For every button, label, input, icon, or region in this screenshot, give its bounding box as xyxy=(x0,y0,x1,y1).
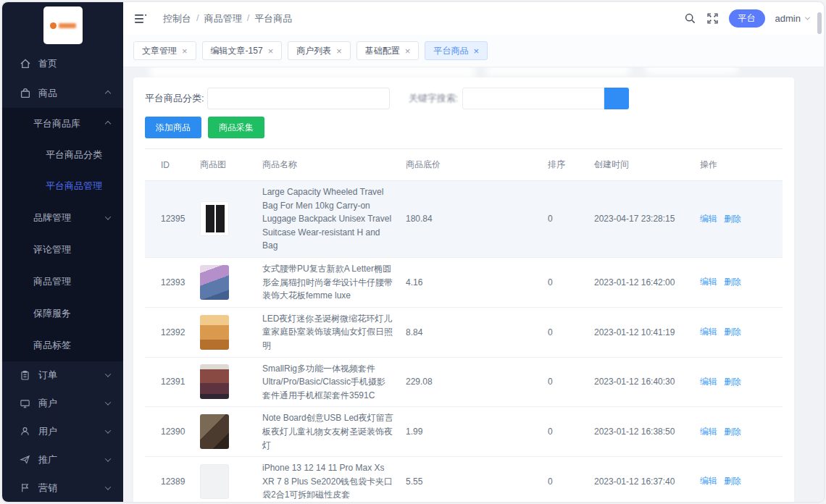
search-button[interactable] xyxy=(604,88,629,109)
redacted-region xyxy=(645,67,739,75)
close-icon[interactable]: × xyxy=(473,46,479,56)
cell-id: 12390 xyxy=(145,407,194,457)
redacted-region xyxy=(149,67,475,78)
edit-link[interactable]: 编辑 xyxy=(700,327,717,337)
product-image xyxy=(200,414,229,449)
collect-product-button[interactable]: 商品采集 xyxy=(208,117,264,138)
table-row: 12389 iPhone 13 12 14 11 Pro Max Xs XR 7… xyxy=(145,457,783,502)
sidebar-item-guarantee-service[interactable]: 保障服务 xyxy=(2,298,123,329)
sidebar-item-label: 商品 xyxy=(38,87,57,100)
username: admin xyxy=(775,13,801,24)
search-icon[interactable] xyxy=(684,12,696,25)
clipboard-icon xyxy=(20,369,31,381)
breadcrumb-separator: / xyxy=(247,12,250,25)
collapse-menu-icon[interactable] xyxy=(135,14,147,24)
home-icon xyxy=(20,58,31,70)
main-area: 控制台 / 商品管理 / 平台商品 平台 admin xyxy=(123,2,824,502)
sidebar-item-marketing[interactable]: 营销 xyxy=(2,474,123,502)
chevron-down-icon xyxy=(805,15,810,20)
close-icon[interactable]: × xyxy=(405,46,411,56)
chevron-up-icon xyxy=(105,121,111,127)
close-icon[interactable]: × xyxy=(268,46,274,56)
keyword-input[interactable] xyxy=(462,88,604,109)
toolbar: 添加商品 商品采集 xyxy=(145,117,783,138)
platform-badge[interactable]: 平台 xyxy=(729,9,765,28)
edit-link[interactable]: 编辑 xyxy=(700,277,717,287)
sidebar-item-platform-goods-category[interactable]: 平台商品分类 xyxy=(2,140,123,171)
delete-link[interactable]: 删除 xyxy=(724,214,741,224)
open-tabs-bar: 文章管理 × 编辑文章-157 × 商户列表 × 基础配置 × 平台商品 × xyxy=(123,35,824,67)
sidebar-item-label: 用户 xyxy=(38,425,57,438)
cell-id: 12395 xyxy=(145,181,194,258)
sidebar-item-label: 首页 xyxy=(38,57,57,70)
user-menu[interactable]: admin xyxy=(775,13,809,24)
edit-link[interactable]: 编辑 xyxy=(700,476,717,486)
sidebar-item-label: 推广 xyxy=(38,453,57,466)
tab-basic-config[interactable]: 基础配置 × xyxy=(356,41,420,60)
sidebar-item-user[interactable]: 用户 xyxy=(2,418,123,446)
fullscreen-icon[interactable] xyxy=(706,12,719,25)
sidebar-item-goods-manage[interactable]: 商品管理 xyxy=(2,266,123,298)
delete-link[interactable]: 删除 xyxy=(724,377,741,387)
cell-created: 2023-01-12 10:41:19 xyxy=(588,307,694,357)
product-image xyxy=(200,201,229,236)
delete-link[interactable]: 删除 xyxy=(724,277,741,287)
tab-platform-goods[interactable]: 平台商品 × xyxy=(425,41,488,60)
scrollbar[interactable] xyxy=(817,12,822,34)
sidebar-item-label: 品牌管理 xyxy=(33,211,71,224)
table-row: 12393 女式腰带PU复古新款A Letter椭圆形金属猫扣时尚奢华设计牛仔腰… xyxy=(145,257,783,307)
product-image xyxy=(200,315,229,350)
close-icon[interactable]: × xyxy=(182,46,188,56)
edit-link[interactable]: 编辑 xyxy=(700,214,717,224)
chevron-down-icon xyxy=(105,455,111,461)
tab-edit-article-157[interactable]: 编辑文章-157 × xyxy=(202,41,283,60)
delete-link[interactable]: 删除 xyxy=(724,427,741,437)
sidebar-item-home[interactable]: 首页 xyxy=(2,49,123,79)
cell-name: iPhone 13 12 14 11 Pro Max Xs XR 7 8 Plu… xyxy=(262,461,394,502)
sidebar-item-label: 营销 xyxy=(38,482,57,495)
delete-link[interactable]: 删除 xyxy=(724,327,741,337)
tab-article-manage[interactable]: 文章管理 × xyxy=(133,41,196,60)
close-icon[interactable]: × xyxy=(336,46,342,56)
cell-price: 4.16 xyxy=(400,257,542,307)
sidebar-item-label: 平台商品库 xyxy=(33,117,80,130)
breadcrumb-section[interactable]: 商品管理 xyxy=(204,12,242,25)
cell-sort: 0 xyxy=(542,357,588,407)
sidebar-item-comment-manage[interactable]: 评论管理 xyxy=(2,234,123,266)
user-icon xyxy=(20,426,31,437)
products-table: ID 商品图 商品名称 商品底价 排序 创建时间 操作 12395 xyxy=(145,148,783,502)
sidebar-item-order[interactable]: 订单 xyxy=(2,361,123,390)
tab-merchant-list[interactable]: 商户列表 × xyxy=(288,41,351,60)
window-frame: 首页 商品 平台商品库 平台商品分类 平台商品管理 品牌管理 xyxy=(1,1,825,503)
sidebar-item-label: 平台商品分类 xyxy=(46,148,102,161)
edit-link[interactable]: 编辑 xyxy=(700,377,717,387)
sidebar-item-label: 平台商品管理 xyxy=(46,180,102,193)
sidebar-item-platform-goods-lib[interactable]: 平台商品库 xyxy=(2,108,123,140)
tab-label: 编辑文章-157 xyxy=(211,45,263,57)
product-image xyxy=(200,464,229,499)
tab-label: 文章管理 xyxy=(142,45,177,57)
sidebar-item-goods[interactable]: 商品 xyxy=(2,78,123,108)
content-area: 平台商品分类: 关键字搜索: 添加商品 商品采集 xyxy=(123,67,824,502)
sidebar-item-platform-goods-manage[interactable]: 平台商品管理 xyxy=(2,171,123,202)
category-select[interactable] xyxy=(207,88,390,109)
sidebar-item-label: 订单 xyxy=(38,369,57,382)
product-image xyxy=(200,265,229,300)
add-product-button[interactable]: 添加商品 xyxy=(145,117,201,138)
sidebar-item-merchant[interactable]: 商户 xyxy=(2,390,123,418)
goods-submenu: 平台商品库 平台商品分类 平台商品管理 品牌管理 评论管理 商品管理 保障服务 xyxy=(2,108,123,361)
sidebar-item-promotion[interactable]: 推广 xyxy=(2,445,123,474)
tab-label: 平台商品 xyxy=(433,45,468,57)
breadcrumb-home[interactable]: 控制台 xyxy=(163,12,191,25)
col-header-created: 创建时间 xyxy=(588,149,694,181)
cell-price: 180.84 xyxy=(400,181,542,258)
cell-id: 12392 xyxy=(145,307,194,357)
app-logo[interactable] xyxy=(43,7,83,44)
edit-link[interactable]: 编辑 xyxy=(700,427,717,437)
sidebar-item-goods-tags[interactable]: 商品标签 xyxy=(2,329,123,361)
delete-link[interactable]: 删除 xyxy=(724,476,741,486)
cell-price: 1.99 xyxy=(400,407,542,457)
sidebar-item-brand-manage[interactable]: 品牌管理 xyxy=(2,202,123,234)
col-header-id: ID xyxy=(145,149,194,181)
cell-created: 2023-04-17 23:28:15 xyxy=(588,181,694,258)
